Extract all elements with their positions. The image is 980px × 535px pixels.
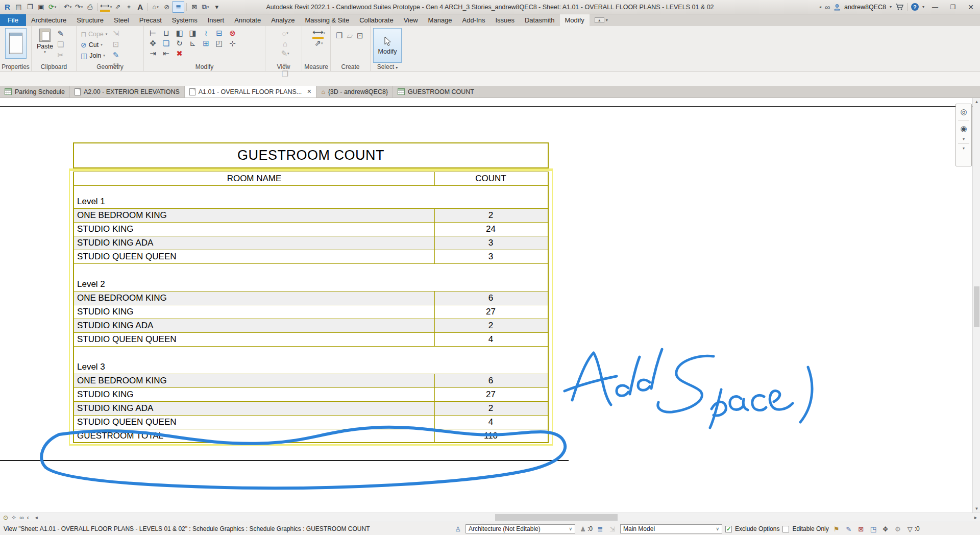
split-with-gap-icon[interactable]: ⊟ — [214, 29, 224, 38]
trim-extend-single-icon[interactable]: ⇥ — [148, 49, 158, 58]
navbar-options-icon[interactable]: ▾ — [963, 146, 965, 151]
revit-logo[interactable]: R — [2, 2, 13, 12]
scroll-down-icon[interactable]: ▼ — [973, 504, 980, 513]
wall-opening-icon[interactable]: ⊡ — [112, 40, 119, 49]
active-design-option-dropdown[interactable]: Main Model ∨ — [620, 524, 722, 533]
linework-icon[interactable]: ✎▾ — [268, 49, 302, 58]
ribbon-tab-architecture[interactable]: Architecture — [26, 14, 71, 26]
synchronize-icon[interactable]: ⟳▾ — [47, 2, 58, 12]
editable-only-flag-icon[interactable]: ⚑ — [832, 525, 841, 533]
ribbon-tab-manage[interactable]: Manage — [423, 14, 457, 26]
help-menu-chevron-icon[interactable]: ▾ — [922, 5, 924, 9]
scale-icon[interactable]: ◰ — [214, 39, 224, 48]
guestroom-count-schedule[interactable]: GUESTROOM COUNT ROOM NAMECOUNTLevel 1ONE… — [73, 142, 549, 443]
close-button[interactable]: ✕ — [964, 1, 978, 13]
aligned-dimension-icon[interactable]: ⇗ — [112, 2, 123, 12]
edit-requests-icon[interactable]: ✎ — [844, 525, 853, 533]
scroll-left-icon[interactable]: ‹ — [27, 514, 29, 521]
customize-qat-icon[interactable]: ▾ — [211, 2, 222, 12]
paste-button[interactable]: Paste ▾ — [37, 29, 53, 60]
close-inactive-windows-icon[interactable]: ⊠ — [189, 2, 200, 12]
document-tab-parking-schedule[interactable]: Parking Schedule — [0, 86, 70, 98]
move-icon[interactable]: ✥ — [148, 39, 158, 48]
ribbon-tab-steel[interactable]: Steel — [109, 14, 134, 26]
zoom-options-icon[interactable]: ▾ — [963, 137, 965, 141]
store-cart-icon[interactable] — [895, 4, 903, 10]
undo-icon[interactable]: ↶▾ — [62, 2, 73, 12]
text-icon[interactable]: A — [135, 2, 145, 12]
pan-zoom-icon[interactable]: ✥ — [881, 525, 890, 533]
vertical-scroll-thumb[interactable] — [974, 286, 979, 327]
search-icon[interactable]: ∞ — [825, 3, 830, 11]
sync-gear-icon[interactable]: ⚙ — [893, 525, 902, 533]
copy-to-clipboard-icon[interactable]: ❏ — [57, 40, 64, 49]
ribbon-tab-precast[interactable]: Precast — [134, 14, 167, 26]
minimize-button[interactable]: — — [928, 1, 942, 13]
signed-in-user[interactable]: andrew8QEC8 — [844, 4, 886, 11]
array-icon[interactable]: ⊞ — [201, 39, 211, 48]
mirror-pick-axis-icon[interactable]: ◧ — [175, 29, 184, 38]
redo-icon[interactable]: ↷▾ — [74, 2, 84, 12]
ribbon-tab-datasmith[interactable]: Datasmith — [520, 14, 560, 26]
split-element-icon[interactable]: ≀ — [201, 29, 211, 38]
offset-icon[interactable]: ⊔ — [161, 29, 171, 38]
save-icon[interactable]: ▣ — [36, 2, 46, 12]
unpin-icon[interactable]: ⊗ — [228, 29, 237, 38]
trim-extend-corner-icon[interactable]: ⊾ — [188, 39, 198, 48]
paint-icon[interactable]: ✎ — [112, 51, 119, 60]
reveal-hidden-elements-icon[interactable]: ⊙ — [3, 514, 8, 521]
join-geometry-menu[interactable]: ◫Join▾ — [81, 51, 107, 60]
document-tab-guestroom-count[interactable]: GUESTROOM COUNT — [393, 86, 479, 98]
rotate-icon[interactable]: ↻ — [175, 39, 184, 48]
scroll-right-arrow-icon[interactable]: ► — [971, 515, 980, 520]
ribbon-tab-annotate[interactable]: Annotate — [229, 14, 266, 26]
open-icon[interactable]: ❐ — [24, 2, 35, 12]
borrowers-icon[interactable]: ♟ — [578, 525, 587, 533]
measure-icon[interactable]: ⟷▾ — [307, 29, 330, 38]
document-tab-a1-01-overall-floor-plans-[interactable]: A1.01 - OVERALL FLOOR PLANS...✕ — [185, 86, 317, 98]
close-tab-icon[interactable]: ✕ — [307, 88, 311, 95]
ribbon-tab-issues[interactable]: Issues — [490, 14, 520, 26]
render-icon[interactable]: ⌂ — [268, 39, 302, 48]
ribbon-tab-massing-site[interactable]: Massing & Site — [300, 14, 354, 26]
pick-to-edit-icon[interactable]: ⇲ — [608, 525, 617, 533]
document-tab-a2-00-exterior-elevations[interactable]: A2.00 - EXTERIOR ELEVATIONS — [70, 86, 185, 98]
copy-icon[interactable]: ❏ — [161, 39, 171, 48]
vertical-scrollbar[interactable]: ▲ ▼ — [972, 98, 980, 513]
align-icon[interactable]: ⊢ — [148, 29, 158, 38]
editable-only-checkbox[interactable] — [782, 526, 789, 532]
section-icon[interactable]: ⊘ — [161, 2, 172, 12]
restore-button[interactable]: ❐ — [946, 1, 960, 13]
worksets-icon[interactable]: ♙ — [453, 525, 462, 533]
match-type-properties-icon[interactable]: ✎ — [57, 29, 64, 38]
modify-select-button[interactable]: Modify — [373, 28, 402, 63]
selection-filter-icon[interactable]: ▽ — [905, 525, 915, 533]
ribbon-tab-analyze[interactable]: Analyze — [266, 14, 300, 26]
horizontal-scrollbar[interactable] — [41, 513, 963, 522]
user-menu-chevron-icon[interactable]: ▾ — [890, 5, 892, 9]
worksharing-requests-icon[interactable]: ◳ — [869, 525, 878, 533]
ribbon-tab-systems[interactable]: Systems — [167, 14, 203, 26]
ribbon-tab-insert[interactable]: Insert — [203, 14, 230, 26]
temporary-view-properties-icon[interactable]: ✧ — [11, 514, 16, 521]
exclude-options-checkbox[interactable]: ✓ — [725, 526, 732, 532]
properties-button[interactable] — [5, 28, 27, 59]
print-icon[interactable]: ⎙ — [85, 2, 95, 12]
tag-by-category-icon[interactable]: ⌖ — [124, 2, 134, 12]
ribbon-tab-file[interactable]: File — [0, 14, 26, 26]
trim-extend-multiple-icon[interactable]: ⇤ — [161, 49, 171, 58]
visibility-settings-icon[interactable]: ◌▾ — [268, 29, 302, 38]
ribbon-tab-view[interactable]: View — [399, 14, 423, 26]
horizontal-scroll-thumb[interactable] — [495, 514, 618, 521]
ribbon-tab-modify[interactable]: Modify — [560, 14, 590, 26]
cope-menu[interactable]: ⊓Cope▾ — [81, 29, 107, 39]
scroll-left-arrow-icon[interactable]: ◄ — [32, 515, 41, 520]
ribbon-tab-collaborate[interactable]: Collaborate — [354, 14, 399, 26]
pin-icon[interactable]: ⊹ — [228, 39, 237, 48]
design-options-icon[interactable]: ≣ — [596, 525, 605, 533]
create-similar-icon[interactable]: ⊡ — [357, 31, 363, 40]
help-icon[interactable]: ? — [911, 3, 919, 11]
worksharing-display-icon[interactable]: ∞ — [19, 514, 24, 521]
switch-windows-icon[interactable]: ⧉▾ — [200, 2, 211, 12]
scroll-up-icon[interactable]: ▲ — [973, 98, 980, 106]
